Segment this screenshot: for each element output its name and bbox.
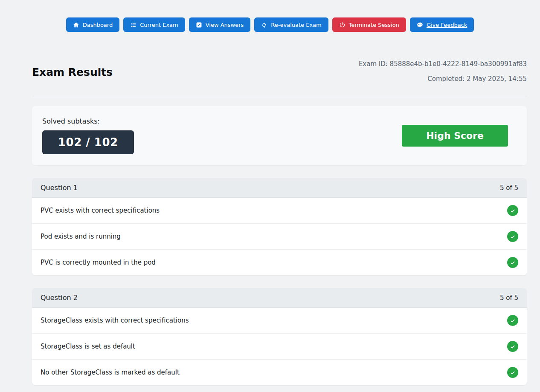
terminate-session-button-label: Terminate Session [349,22,399,28]
question-2-header: Question 2 5 of 5 [32,288,527,308]
dashboard-button[interactable]: Dashboard [66,17,120,32]
completed-timestamp: Completed: 2 May 2025, 14:55 [359,76,527,82]
check-circle-icon [507,315,518,326]
subtask-row: PVC exists with correct specifications [32,198,527,223]
view-answers-button[interactable]: View Answers [189,17,251,32]
question-card-2: Question 2 5 of 5 StorageClass exists wi… [32,288,527,385]
check-circle-icon [507,231,518,242]
re-evaluate-exam-button-label: Re-evaluate Exam [271,22,321,28]
header-divider [32,97,527,97]
subtask-row: No other StorageClass is marked as defau… [32,359,527,385]
check-circle-icon [507,367,518,378]
subtask-label: No other StorageClass is marked as defau… [41,369,180,376]
power-icon [339,22,345,28]
content-container: Exam Results Exam ID: 85888e4b-b1e0-4222… [32,61,527,392]
question-2-title: Question 2 [41,294,78,302]
summary-card: Solved subtasks: 102 / 102 High Score [32,106,527,165]
subtask-row: Pod exists and is running [32,223,527,249]
check-circle-icon [507,257,518,268]
page-title: Exam Results [32,66,113,78]
terminate-session-button[interactable]: Terminate Session [332,17,406,32]
check-square-icon [196,22,202,28]
subtask-row: StorageClass exists with correct specifi… [32,308,527,333]
solved-subtasks-block: Solved subtasks: 102 / 102 [42,117,134,154]
list-check-icon [130,22,136,28]
home-icon [73,22,79,28]
chat-dots-icon [417,22,423,28]
question-card-1: Question 1 5 of 5 PVC exists with correc… [32,178,527,275]
subtask-label: PVC exists with correct specifications [41,207,160,214]
question-1-subtask-list: PVC exists with correct specifications P… [32,198,527,275]
subtask-label: StorageClass exists with correct specifi… [41,317,189,324]
refresh-icon [261,22,267,28]
re-evaluate-exam-button[interactable]: Re-evaluate Exam [254,17,328,32]
solved-subtasks-label: Solved subtasks: [42,117,134,125]
subtask-row: StorageClass is set as default [32,333,527,359]
dashboard-button-label: Dashboard [83,22,113,28]
current-exam-button[interactable]: Current Exam [123,17,185,32]
question-1-title: Question 1 [41,184,78,192]
page-header: Exam Results Exam ID: 85888e4b-b1e0-4222… [32,61,527,82]
question-1-score: 5 of 5 [500,184,518,192]
score-badge: 102 / 102 [42,130,134,154]
subtask-row: PVC is correctly mounted in the pod [32,249,527,275]
toolbar: Dashboard Current Exam View Answers Re-e… [0,0,540,32]
check-circle-icon [507,341,518,352]
subtask-label: PVC is correctly mounted in the pod [41,259,156,266]
current-exam-button-label: Current Exam [140,22,178,28]
view-answers-button-label: View Answers [206,22,244,28]
give-feedback-button[interactable]: Give Feedback [410,17,474,32]
give-feedback-button-label: Give Feedback [427,22,467,28]
exam-meta: Exam ID: 85888e4b-b1e0-4222-8149-ba30099… [359,61,527,82]
check-circle-icon [507,205,518,216]
subtask-label: StorageClass is set as default [41,343,135,350]
high-score-badge: High Score [402,125,508,147]
subtask-label: Pod exists and is running [41,233,121,240]
question-1-header: Question 1 5 of 5 [32,178,527,198]
give-feedback-link: Give Feedback [417,22,467,28]
question-2-score: 5 of 5 [500,294,518,302]
question-2-subtask-list: StorageClass exists with correct specifi… [32,308,527,385]
exam-id: Exam ID: 85888e4b-b1e0-4222-8149-ba30099… [359,61,527,67]
